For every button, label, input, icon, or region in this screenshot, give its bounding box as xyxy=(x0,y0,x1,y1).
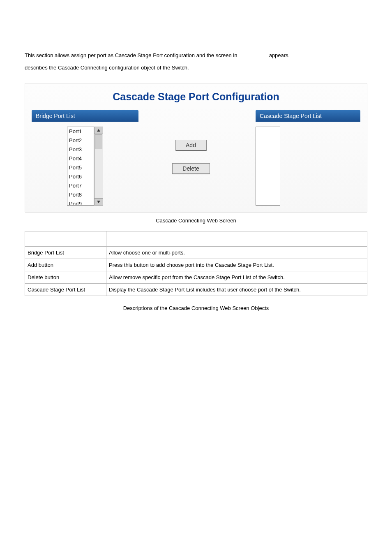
table-caption: Descriptions of the Cascade Connecting W… xyxy=(25,305,367,311)
scrollbar[interactable] xyxy=(94,127,103,206)
object-cell: Bridge Port List xyxy=(25,247,106,259)
page-root: This section allows assign per port as C… xyxy=(0,0,392,555)
intro-span-1b: appears. xyxy=(269,52,290,58)
header-row: Bridge Port List . Cascade Stage Port Li… xyxy=(32,110,360,122)
col-cascade-stage-port-list xyxy=(243,124,360,206)
spacer: . xyxy=(143,110,251,122)
table-row: Bridge Port List Allow choose one or mul… xyxy=(25,247,367,259)
intro-span-2: describes the Cascade Connecting configu… xyxy=(25,65,189,71)
intro-span-1a: This section allows assign per port as C… xyxy=(25,52,239,58)
list-item[interactable]: Port8 xyxy=(67,190,94,199)
delete-button[interactable]: Delete xyxy=(172,163,210,174)
cascade-stage-port-listbox[interactable] xyxy=(256,127,280,206)
table-header-object xyxy=(25,231,106,247)
list-item[interactable]: Port6 xyxy=(67,172,94,181)
panel-title: Cascade Stage Port Configuration xyxy=(32,91,360,103)
table-row: Add button Press this button to add choo… xyxy=(25,259,367,271)
description-cell: Allow remove specific port from the Casc… xyxy=(106,271,367,284)
list-item[interactable]: Port3 xyxy=(67,145,94,154)
scroll-down-button[interactable] xyxy=(94,198,103,206)
body-row: Port1 Port2 Port3 Port4 Port5 Port6 Port… xyxy=(32,122,360,206)
add-button[interactable]: Add xyxy=(175,140,207,151)
description-cell: Display the Cascade Stage Port List incl… xyxy=(106,284,367,296)
scroll-track[interactable] xyxy=(94,134,103,198)
chevron-up-icon xyxy=(97,129,100,132)
object-cell: Delete button xyxy=(25,271,106,284)
description-cell: Press this button to add choose port int… xyxy=(106,259,367,271)
list-item[interactable]: Port4 xyxy=(67,154,94,163)
table-row: Delete button Allow remove specific port… xyxy=(25,271,367,284)
intro-text: This section allows assign per port as C… xyxy=(25,49,367,74)
description-table: Bridge Port List Allow choose one or mul… xyxy=(25,231,367,296)
figure-caption: Cascade Connecting Web Screen xyxy=(25,217,367,224)
table-row: Cascade Stage Port List Display the Casc… xyxy=(25,284,367,296)
object-cell: Add button xyxy=(25,259,106,271)
chevron-down-icon xyxy=(97,201,100,203)
bridge-port-listbox-wrap: Port1 Port2 Port3 Port4 Port5 Port6 Port… xyxy=(67,127,103,206)
bridge-port-list-header: Bridge Port List xyxy=(32,110,138,122)
cascade-stage-port-list-header: Cascade Stage Port List xyxy=(256,110,360,122)
list-item[interactable]: Port7 xyxy=(67,181,94,190)
table-header-description xyxy=(106,231,367,247)
list-item[interactable]: Port5 xyxy=(67,163,94,172)
col-actions: Add Delete xyxy=(143,124,239,174)
list-item[interactable]: Port1 xyxy=(67,127,94,136)
col-bridge-port-list: Port1 Port2 Port3 Port4 Port5 Port6 Port… xyxy=(32,124,138,206)
list-item[interactable]: Port9 xyxy=(67,199,94,206)
object-cell: Cascade Stage Port List xyxy=(25,284,106,296)
scroll-thumb[interactable] xyxy=(95,134,102,149)
scroll-up-button[interactable] xyxy=(94,127,103,134)
description-cell: Allow choose one or multi-ports. xyxy=(106,247,367,259)
list-item[interactable]: Port2 xyxy=(67,136,94,145)
bridge-port-listbox[interactable]: Port1 Port2 Port3 Port4 Port5 Port6 Port… xyxy=(67,127,94,206)
config-panel: Cascade Stage Port Configuration Bridge … xyxy=(25,83,367,213)
